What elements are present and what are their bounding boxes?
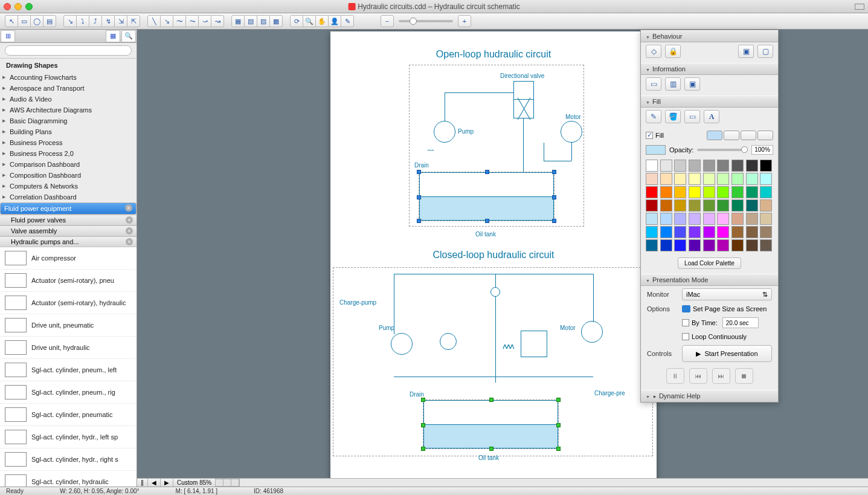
hand-tool[interactable]: ✋ xyxy=(315,15,329,27)
opt-loop-checkbox[interactable]: Loop Continuously xyxy=(682,333,747,340)
library-category[interactable]: Composition Dashboard xyxy=(0,170,137,181)
shape-item[interactable]: Sgl-act. cylinder, hydr., left sp xyxy=(0,426,137,448)
color-swatch[interactable] xyxy=(760,239,772,251)
shape-item[interactable]: Sgl-act. cylinder, pneum., rig xyxy=(0,381,137,404)
color-swatch[interactable] xyxy=(674,226,686,238)
color-swatch[interactable] xyxy=(646,186,658,198)
color-swatch[interactable] xyxy=(717,186,729,198)
line-tool-2[interactable]: ↘ xyxy=(160,15,173,27)
align-tool-3[interactable]: ▨ xyxy=(257,15,270,27)
hscroll-prev[interactable]: ◀ xyxy=(148,479,161,487)
drawing-page[interactable]: Open-loop hudraulic circuit Directional … xyxy=(330,31,657,487)
color-swatch[interactable] xyxy=(689,199,701,212)
user-tool[interactable]: 👤 xyxy=(328,15,341,27)
fill-type-solid[interactable] xyxy=(707,131,722,140)
color-swatch[interactable] xyxy=(689,226,701,238)
library-tree-button[interactable]: ⊞ xyxy=(1,30,15,42)
library-search-input[interactable] xyxy=(5,45,132,56)
section-information[interactable]: Information xyxy=(641,63,778,75)
section-dynamic-help[interactable]: ▼Dynamic Help xyxy=(641,390,778,402)
color-swatch[interactable] xyxy=(731,186,744,198)
color-swatch[interactable] xyxy=(689,239,701,251)
oil-tank-2[interactable] xyxy=(423,400,559,449)
pres-pause-button[interactable]: ⏸ xyxy=(666,368,684,384)
color-swatch[interactable] xyxy=(703,173,715,185)
align-tool-4[interactable]: ▩ xyxy=(269,15,283,27)
section-presentation[interactable]: Presentation Mode xyxy=(641,274,778,286)
zoom-in-button[interactable]: + xyxy=(458,15,471,27)
library-search-button[interactable]: 🔍 xyxy=(121,30,136,42)
pump-symbol-2[interactable] xyxy=(391,333,413,355)
info-btn-3[interactable]: ▣ xyxy=(684,77,700,91)
current-fill-swatch[interactable] xyxy=(646,145,666,155)
opacity-slider[interactable] xyxy=(697,149,748,151)
color-swatch[interactable] xyxy=(760,199,772,212)
color-swatch[interactable] xyxy=(703,213,715,225)
line-tool-6[interactable]: ↝ xyxy=(211,15,224,27)
page-tabs[interactable] xyxy=(216,479,239,487)
valve-block-symbol[interactable] xyxy=(521,331,547,357)
motor-symbol-2[interactable] xyxy=(581,321,603,343)
fill-type-gradient[interactable] xyxy=(724,131,739,140)
shape-item[interactable]: Drive unit, pneumatic xyxy=(0,314,137,337)
color-swatch[interactable] xyxy=(703,160,715,172)
library-category[interactable]: Correlation Dashboard xyxy=(0,192,137,202)
color-swatch[interactable] xyxy=(689,160,701,172)
color-swatch[interactable] xyxy=(717,160,729,172)
shape-item[interactable]: Actuator (semi-rotary), pneu xyxy=(0,270,137,292)
rect-tool[interactable]: ▭ xyxy=(18,15,31,27)
opt-by-time-value[interactable] xyxy=(722,317,759,328)
line-tool-3[interactable]: 〜 xyxy=(173,15,186,27)
section-fill[interactable]: Fill xyxy=(641,95,778,108)
shape-item[interactable]: Air compressor xyxy=(0,247,137,270)
color-swatch[interactable] xyxy=(760,160,772,172)
color-swatch[interactable] xyxy=(674,186,686,198)
hscroll-left[interactable]: ‖ xyxy=(137,479,148,487)
color-swatch[interactable] xyxy=(717,226,729,238)
color-swatch[interactable] xyxy=(646,199,658,212)
library-category[interactable]: Accounting Flowcharts xyxy=(0,72,137,83)
library-section[interactable]: Hydraulic pumps and...× xyxy=(0,236,137,247)
color-swatch[interactable] xyxy=(660,160,672,172)
library-category[interactable]: Comparison Dashboard xyxy=(0,159,137,170)
color-swatch[interactable] xyxy=(746,186,758,198)
eyedrop-tool[interactable]: ✎ xyxy=(341,15,354,27)
color-swatch[interactable] xyxy=(717,239,729,251)
zoom-level-display[interactable]: Custom 85% xyxy=(173,479,216,487)
monitor-select[interactable]: iMac⇅ xyxy=(682,288,772,300)
color-swatch[interactable] xyxy=(674,160,686,172)
color-swatch[interactable] xyxy=(646,213,658,225)
color-swatch[interactable] xyxy=(731,160,744,172)
color-swatch[interactable] xyxy=(746,213,758,225)
fill-bucket-icon[interactable]: 🪣 xyxy=(665,110,681,123)
library-category[interactable]: Aerospace and Transport xyxy=(0,83,137,94)
color-swatch[interactable] xyxy=(703,239,715,251)
shape-item[interactable]: Drive unit, hydraulic xyxy=(0,337,137,359)
library-category[interactable]: Computers & Networks xyxy=(0,181,137,192)
library-category[interactable]: Business Process 2,0 xyxy=(0,148,137,159)
fill-box-icon[interactable]: ▭ xyxy=(684,110,700,123)
zoom-out-button[interactable]: − xyxy=(381,15,394,27)
color-swatch[interactable] xyxy=(646,160,658,172)
fullscreen-button[interactable] xyxy=(855,4,864,10)
color-swatch[interactable] xyxy=(674,213,686,225)
shape-item[interactable]: Actuator (semi-rotary), hydraulic xyxy=(0,292,137,314)
fill-text-icon[interactable]: A xyxy=(704,110,719,123)
color-swatch[interactable] xyxy=(760,186,772,198)
color-swatch[interactable] xyxy=(746,239,758,251)
motor-symbol-1[interactable] xyxy=(561,121,582,143)
line-tool-5[interactable]: ⤻ xyxy=(198,15,211,27)
pump-symbol-1[interactable] xyxy=(434,121,455,143)
library-category[interactable]: Building Plans xyxy=(0,126,137,137)
fill-type-pattern[interactable] xyxy=(741,131,756,140)
behaviour-lock-icon[interactable]: 🔒 xyxy=(665,45,681,58)
line-tool-1[interactable]: ╲ xyxy=(147,15,161,27)
opt-by-time-checkbox[interactable]: By Time: xyxy=(682,319,718,326)
color-swatch[interactable] xyxy=(689,186,701,198)
minimize-window-button[interactable] xyxy=(14,3,22,10)
color-swatch[interactable] xyxy=(746,199,758,212)
color-swatch[interactable] xyxy=(703,186,715,198)
pres-next-button[interactable]: ⏭ xyxy=(712,368,730,384)
fill-pen-icon[interactable]: ✎ xyxy=(646,110,661,123)
load-palette-button[interactable]: Load Color Palette xyxy=(678,257,741,269)
